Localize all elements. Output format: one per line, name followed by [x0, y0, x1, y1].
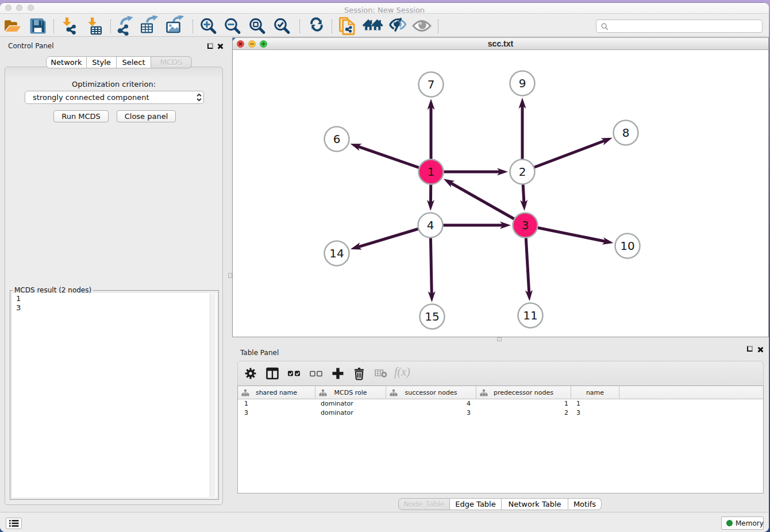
- titlebar: Session: New Session: [0, 3, 769, 14]
- table-panel-title: Table Panel: [240, 349, 279, 357]
- column-type-icon: [241, 390, 249, 396]
- import-table-icon[interactable]: [85, 16, 106, 36]
- export-network-icon[interactable]: [116, 16, 136, 36]
- deselect-all-icon[interactable]: [309, 366, 324, 381]
- result-scrollbar[interactable]: [210, 294, 215, 497]
- column-header-predecessor-nodes[interactable]: predecessor nodes: [476, 386, 571, 399]
- toolbar-separator: [299, 20, 300, 33]
- table-cell: 3: [386, 408, 476, 418]
- export-table-icon[interactable]: [140, 16, 160, 36]
- hide-selected-eye-icon[interactable]: [387, 16, 408, 36]
- column-type-icon: [390, 390, 398, 396]
- table-panel: Table Panel: [232, 344, 769, 512]
- mcds-result-list[interactable]: 1 3: [12, 293, 217, 498]
- table-row-1[interactable]: 1dominator411: [238, 399, 763, 408]
- settings-gear-icon[interactable]: [243, 366, 258, 381]
- first-neighbors-icon[interactable]: [363, 16, 383, 36]
- copy-network-icon[interactable]: [336, 16, 357, 36]
- main-toolbar: [0, 14, 769, 37]
- graph-node-label: 10: [620, 239, 634, 253]
- toolbar-separator: [53, 20, 54, 33]
- graph-node-label: 14: [329, 246, 344, 260]
- toolbar-separator: [438, 20, 438, 33]
- network-view-window: scc.txt 1234678910111415: [232, 37, 769, 337]
- split-table-icon[interactable]: [265, 366, 280, 381]
- graph-edge-2-8[interactable]: [522, 141, 605, 172]
- run-mcds-button[interactable]: Run MCDS: [53, 110, 109, 122]
- column-header-name[interactable]: name: [571, 386, 619, 399]
- save-session-icon[interactable]: [28, 16, 48, 36]
- tab-select[interactable]: Select: [117, 56, 151, 68]
- search-input[interactable]: [596, 20, 763, 33]
- tab-motifs[interactable]: Motifs: [568, 498, 602, 510]
- control-panel-tabs: Network Style Select MCDS: [46, 56, 192, 68]
- column-type-icon: [319, 390, 327, 396]
- vertical-splitter-grip[interactable]: [228, 273, 232, 278]
- criterion-dropdown[interactable]: strongly connected component: [25, 91, 204, 104]
- table-cell: 2: [476, 408, 571, 418]
- table-panel-tabs: Node Table Edge Table Network Table Moti…: [398, 498, 602, 511]
- network-graph-canvas[interactable]: 1234678910111415: [233, 50, 768, 337]
- table-cell: 1: [476, 399, 571, 408]
- table-cell: 4: [386, 399, 476, 408]
- column-header-label: predecessor nodes: [494, 389, 553, 396]
- graph-node-label: 8: [622, 126, 630, 140]
- tab-network[interactable]: Network: [46, 56, 87, 68]
- graph-node-label: 9: [519, 76, 526, 90]
- open-session-icon[interactable]: [2, 16, 22, 36]
- tab-style[interactable]: Style: [87, 56, 117, 68]
- import-network-icon[interactable]: [60, 16, 80, 36]
- table-header: shared nameMCDS rolesuccessor nodesprede…: [238, 386, 763, 399]
- zoom-in-icon[interactable]: [198, 16, 218, 36]
- zoom-selected-icon[interactable]: [271, 16, 292, 36]
- control-panel-float-icon[interactable]: [207, 43, 213, 49]
- mcds-pane: Optimization criterion: strongly connect…: [5, 67, 223, 505]
- zoom-fit-icon[interactable]: [247, 16, 267, 36]
- delete-table-icon[interactable]: [374, 366, 389, 381]
- network-window-titlebar[interactable]: scc.txt: [233, 38, 768, 50]
- table-cell: 3: [571, 408, 619, 418]
- refresh-icon[interactable]: [306, 16, 326, 36]
- graph-node-label: 7: [428, 78, 435, 91]
- function-builder-icon[interactable]: f(x): [394, 365, 410, 379]
- task-history-button[interactable]: [6, 518, 22, 529]
- result-item: 1: [16, 294, 217, 303]
- network-window-title: scc.txt: [233, 39, 768, 48]
- delete-entry-trash-icon[interactable]: [352, 366, 367, 381]
- memory-button[interactable]: Memory: [721, 516, 764, 530]
- column-header-MCDS-role[interactable]: MCDS role: [315, 386, 386, 399]
- tab-mcds[interactable]: MCDS: [151, 56, 192, 68]
- column-header-label: successor nodes: [405, 389, 457, 396]
- graph-node-label: 4: [427, 218, 434, 232]
- tab-network-table[interactable]: Network Table: [502, 498, 568, 510]
- graph-node-label: 6: [333, 132, 341, 146]
- show-all-eye-icon[interactable]: [411, 16, 432, 36]
- control-panel-title: Control Panel: [8, 42, 54, 50]
- table-toolbar: f(x): [237, 361, 764, 385]
- control-panel: Control Panel Network Style Select MCDS …: [0, 37, 225, 512]
- table-cell: dominator: [315, 399, 386, 408]
- column-header-shared-name[interactable]: shared name: [238, 386, 315, 399]
- table-cell: 1: [571, 399, 619, 408]
- table-row-2[interactable]: 3dominator323: [238, 408, 763, 418]
- graph-node-label: 3: [522, 218, 529, 232]
- horizontal-splitter-grip[interactable]: [497, 337, 502, 341]
- table-panel-float-icon[interactable]: [747, 346, 753, 352]
- window-title: Session: New Session: [0, 6, 769, 14]
- table-panel-close-icon[interactable]: [757, 346, 764, 353]
- toolbar-separator: [332, 20, 332, 33]
- zoom-out-icon[interactable]: [222, 16, 242, 36]
- tab-edge-table[interactable]: Edge Table: [450, 498, 502, 510]
- tab-node-table[interactable]: Node Table: [398, 498, 450, 510]
- select-all-icon[interactable]: [287, 366, 302, 381]
- add-entry-plus-icon[interactable]: [330, 366, 345, 381]
- column-header-successor-nodes[interactable]: successor nodes: [386, 386, 476, 399]
- control-panel-close-icon[interactable]: [217, 43, 224, 49]
- column-header-label: name: [586, 389, 604, 396]
- export-image-icon[interactable]: [165, 16, 186, 36]
- application-window: Session: New Session: [0, 2, 769, 532]
- main-area: Control Panel Network Style Select MCDS …: [0, 37, 769, 512]
- table-cell: dominator: [315, 408, 386, 418]
- close-panel-button[interactable]: Close panel: [117, 110, 176, 122]
- toolbar-separator: [110, 20, 111, 33]
